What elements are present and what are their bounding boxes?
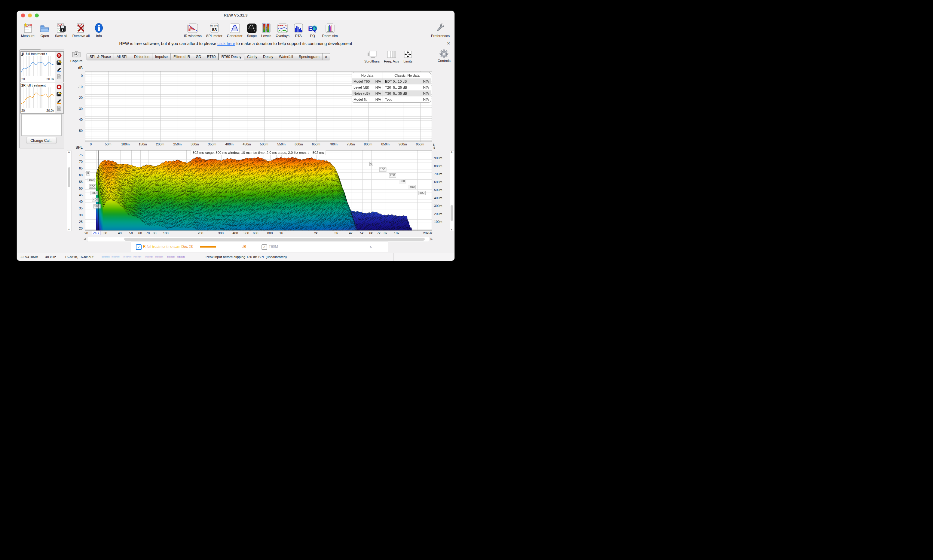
trace-style-icon[interactable] — [57, 67, 62, 73]
table-row: Level (dB)N/A T20 -5..-25 dBN/A — [352, 85, 431, 91]
table-cell-value: N/A — [376, 78, 381, 85]
preferences-button[interactable]: Preferences — [431, 22, 450, 38]
table-cell-value: N/A — [376, 85, 381, 91]
rt60-x-tick: 500m — [257, 142, 272, 146]
tool-label: Overlays — [276, 34, 289, 38]
toolbar-button-levels[interactable]: 0369Levels — [261, 22, 271, 38]
tab-impulse[interactable]: Impulse — [152, 54, 171, 60]
trace-style-icon[interactable] — [57, 98, 62, 105]
toolbar-button-scope[interactable]: Scope — [247, 22, 257, 38]
notes-icon[interactable] — [57, 106, 62, 112]
controls-button[interactable]: Controls — [438, 50, 451, 63]
save-measurement-icon[interactable] — [57, 60, 62, 66]
scrollbar-thumb[interactable] — [68, 167, 70, 187]
levels-icon: 0369 — [262, 22, 271, 33]
rt60-y-tick: -20 — [69, 96, 83, 100]
measurement-mini-chart — [21, 56, 55, 76]
tab-spl-phase[interactable]: SPL & Phase — [87, 54, 114, 60]
toolbar-button-eq[interactable]: EQEQ — [308, 22, 318, 38]
trace-legend: ✓ R full treatment no sam Dec 23 dB ✓ T6… — [131, 242, 388, 252]
measurement-thumbnail[interactable]: 2R full treatment 2020.0k — [21, 83, 55, 113]
tab--[interactable]: » — [322, 54, 330, 60]
scroll-right-icon[interactable]: ▶ — [430, 237, 433, 241]
rt60-x-tick: 250m — [170, 142, 185, 146]
view-control-scrollbars[interactable]: Scrollbars — [364, 51, 380, 63]
rt60-x-tick: 450m — [239, 142, 254, 146]
toolbar-button-room-sim[interactable]: Room sim — [322, 22, 338, 38]
title-bar: REW V5.31.3 — [17, 11, 454, 20]
scroll-down-icon[interactable]: ▼ — [68, 228, 70, 231]
delete-measurement-icon[interactable] — [57, 85, 62, 91]
save-measurement-icon[interactable] — [57, 92, 62, 98]
toolbar-button-generator[interactable]: Generator — [227, 22, 243, 38]
tab-rt60[interactable]: RT60 — [204, 54, 218, 60]
scrollbar-track[interactable] — [87, 237, 429, 242]
toolbar-button-save-all[interactable]: Save all — [55, 22, 67, 38]
measurement-card-1[interactable]: 1L full treatment r 2020.0k — [20, 51, 64, 82]
overlays-icon — [277, 22, 288, 33]
toolbar-button-remove-all[interactable]: Remove all — [72, 22, 90, 38]
status-cell: 48 kHz — [42, 253, 59, 261]
rt60-x-tick: 350m — [205, 142, 220, 146]
rt60-x-tick: 300m — [187, 142, 202, 146]
tab-filtered-ir[interactable]: Filtered IR — [171, 54, 192, 60]
t60m-visibility-checkbox[interactable]: ✓ — [262, 244, 267, 250]
table-cell-label: Noise (dB) — [354, 91, 376, 97]
waterfall-plot[interactable] — [85, 150, 432, 231]
change-cal-button[interactable]: Change Cal... — [26, 137, 57, 144]
measurement-actions — [55, 52, 63, 82]
waterfall-left-scrollbar[interactable]: ▲ ▼ — [67, 150, 72, 231]
limits-icon — [403, 51, 413, 58]
view-control-freq-axis[interactable]: Freq. Axis — [384, 51, 399, 63]
toolbar-button-measure[interactable]: Measure — [21, 22, 35, 38]
tab-all-spl[interactable]: All SPL — [114, 54, 131, 60]
scrollbar-thumb[interactable] — [124, 238, 425, 241]
svg-text:0: 0 — [266, 24, 267, 26]
scroll-up-icon[interactable]: ▲ — [68, 150, 70, 153]
scrollbar-thumb[interactable] — [451, 205, 453, 221]
scroll-up-icon[interactable]: ▲ — [450, 150, 453, 153]
waterfall-right-axis-tick: 100m — [434, 220, 442, 223]
donation-link[interactable]: click here — [217, 41, 235, 46]
table-cell-label: T30 -5..-35 dB — [385, 91, 423, 97]
scroll-left-icon[interactable]: ◀ — [83, 237, 86, 241]
measurement-thumbnail[interactable]: 1L full treatment r 2020.0k — [21, 52, 55, 81]
capture-button[interactable]: Capture — [70, 51, 82, 63]
trace-visibility-checkbox[interactable]: ✓ — [136, 244, 142, 250]
waterfall-freq-tick: 2k — [308, 231, 323, 235]
tab-decay[interactable]: Decay — [260, 54, 276, 60]
scrollbars-icon — [367, 51, 377, 58]
toolbar-button-open[interactable]: Open — [40, 22, 50, 38]
tab-waterfall[interactable]: Waterfall — [276, 54, 296, 60]
notes-icon[interactable] — [57, 74, 62, 80]
toolbar-button-spl-meter[interactable]: dB SPL83SPL meter — [206, 22, 222, 38]
waterfall-right-scrollbar[interactable]: ▲ ▼ — [450, 150, 454, 231]
range-low: 20 — [22, 77, 25, 81]
irwindows-icon — [187, 22, 198, 33]
rt60-stats-table: No dataClassic: No data Model T60N/A EDT… — [352, 72, 431, 103]
tab-distortion[interactable]: Distortion — [131, 54, 152, 60]
tab-spectrogram[interactable]: Spectrogram — [296, 54, 322, 60]
rt60-y-tick: -10 — [69, 85, 83, 89]
capture-label: Capture — [70, 59, 82, 63]
toolbar-button-rta[interactable]: RTA — [294, 22, 303, 38]
toolbar-button-ir-windows[interactable]: IR windows — [184, 22, 202, 38]
tab-gd[interactable]: GD — [192, 54, 204, 60]
scroll-down-icon[interactable]: ▼ — [450, 228, 453, 231]
waterfall-horizontal-scrollbar[interactable]: ◀ ▶ — [83, 237, 433, 241]
delete-measurement-icon[interactable] — [57, 53, 62, 59]
tab-clarity[interactable]: Clarity — [244, 54, 260, 60]
rt60-x-tick: 950m — [413, 142, 428, 146]
scope-icon — [247, 22, 257, 33]
table-cell-value: N/A — [423, 91, 429, 97]
measurement-card-2[interactable]: 2R full treatment 2020.0k — [20, 83, 64, 114]
view-control-limits[interactable]: Limits — [403, 51, 413, 63]
toolbar-button-info[interactable]: Info — [95, 22, 103, 38]
toolbar-button-overlays[interactable]: Overlays — [276, 22, 289, 38]
tab-rt60-decay[interactable]: RT60 Decay — [219, 54, 244, 60]
status-cell: Peak input before clipping 120 dB SPL (u… — [202, 253, 394, 261]
donation-banner: REW is free software, but if you can aff… — [17, 41, 454, 46]
rt60-x-tick: 100m — [118, 142, 133, 146]
preferences[interactable]: Preferences — [431, 22, 450, 38]
donation-dismiss-icon[interactable]: ✕ — [446, 41, 450, 46]
